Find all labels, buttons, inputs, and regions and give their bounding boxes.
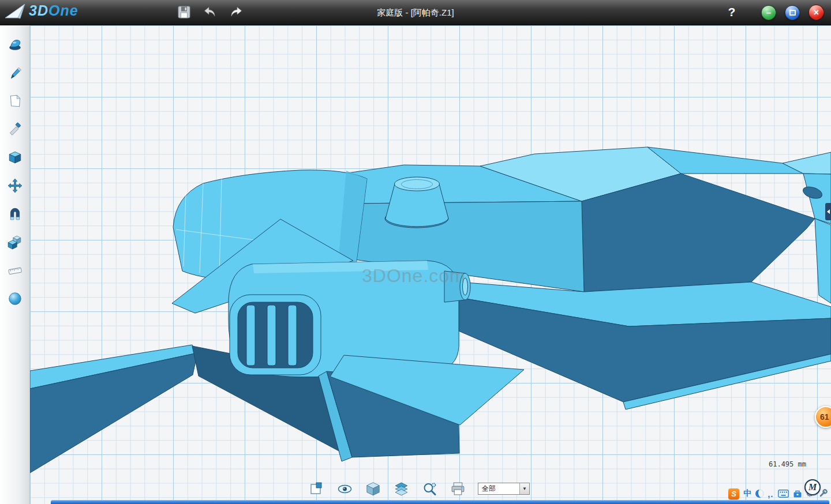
sketch-pencil-button[interactable] — [5, 62, 25, 82]
maximize-glyph — [789, 10, 796, 16]
language-mode-toggle[interactable]: 中 — [743, 488, 751, 499]
view-toolbar: 全部 ▼ — [308, 480, 530, 497]
sketch-sheet-button[interactable] — [5, 91, 25, 111]
zoom-gear-icon — [422, 481, 437, 497]
datum-plane-button[interactable] — [308, 480, 324, 497]
window-controls: – × — [761, 5, 824, 20]
titlebar: 3DOne 家庭版 - [阿帕奇. — [0, 0, 831, 25]
toolbox-icon — [793, 490, 802, 498]
solid-cube-button[interactable] — [5, 147, 25, 167]
model-view-label: M — [808, 482, 817, 492]
datum-plane-icon — [309, 481, 324, 496]
toolbox-button[interactable] — [793, 490, 802, 498]
left-toolbar — [0, 25, 30, 504]
maximize-button[interactable] — [785, 5, 800, 20]
taskbar-strip[interactable] — [51, 500, 829, 504]
move-arrows-button[interactable] — [5, 175, 25, 195]
panel-expand-tab[interactable] — [825, 203, 831, 220]
minimize-button[interactable]: – — [761, 5, 776, 20]
window-title: 家庭版 - [阿帕奇.Z1] — [0, 7, 831, 18]
trim-knife-button[interactable] — [5, 119, 25, 139]
view-cube-icon — [365, 481, 381, 497]
render-sphere-button[interactable] — [5, 288, 25, 309]
badge-value: 61 — [820, 412, 829, 422]
close-glyph: × — [814, 7, 819, 18]
shape-template-button[interactable] — [5, 34, 25, 54]
layers-button[interactable] — [393, 480, 409, 497]
render-sphere-icon — [8, 291, 23, 306]
combine-cubes-button[interactable] — [5, 232, 25, 252]
sogou-logo-icon[interactable]: S — [728, 488, 739, 499]
shape-template-icon — [8, 37, 23, 52]
magnet-icon — [8, 206, 23, 221]
view-mode-button[interactable] — [365, 480, 381, 497]
zoom-settings-button[interactable] — [421, 480, 437, 497]
move-arrows-icon — [8, 178, 23, 193]
sketch-pencil-icon — [8, 65, 23, 80]
dropdown-arrow-icon[interactable]: ▼ — [519, 483, 529, 494]
app-window: 3DOne 家庭版 - [阿帕奇. — [0, 0, 831, 504]
ruler-button[interactable] — [5, 260, 25, 280]
model-rotor-mast[interactable] — [385, 177, 448, 228]
helicopter-model[interactable] — [30, 25, 831, 504]
visibility-eye-icon — [337, 481, 353, 497]
minimize-glyph: – — [766, 10, 771, 16]
soft-keyboard-button[interactable] — [778, 490, 789, 498]
layers-icon — [394, 481, 409, 497]
combine-cubes-icon — [8, 235, 23, 250]
punctuation-toggle[interactable]: ,. — [768, 489, 773, 499]
model-intake-grille[interactable] — [230, 295, 321, 375]
trim-knife-icon — [8, 122, 23, 137]
close-button[interactable]: × — [808, 5, 824, 20]
solid-cube-icon — [8, 150, 23, 165]
model-view-button[interactable]: M — [804, 479, 821, 495]
help-button[interactable]: ? — [724, 4, 740, 20]
viewport-3d[interactable]: 3DOne.com 61.495 mm 61 — [30, 25, 831, 504]
visibility-button[interactable] — [336, 480, 353, 497]
measurement-label: 61.495 mm — [769, 460, 806, 468]
fullwidth-moon-icon[interactable] — [755, 490, 763, 498]
chevron-left-icon — [827, 209, 830, 214]
printer-icon — [450, 481, 466, 497]
print-button[interactable] — [450, 480, 466, 497]
sketch-sheet-icon — [8, 93, 23, 108]
ruler-icon — [8, 263, 23, 278]
keyboard-icon — [778, 490, 789, 498]
display-filter-value: 全部 — [478, 484, 519, 494]
display-filter-dropdown[interactable]: 全部 ▼ — [478, 483, 530, 495]
magnet-button[interactable] — [5, 204, 25, 224]
